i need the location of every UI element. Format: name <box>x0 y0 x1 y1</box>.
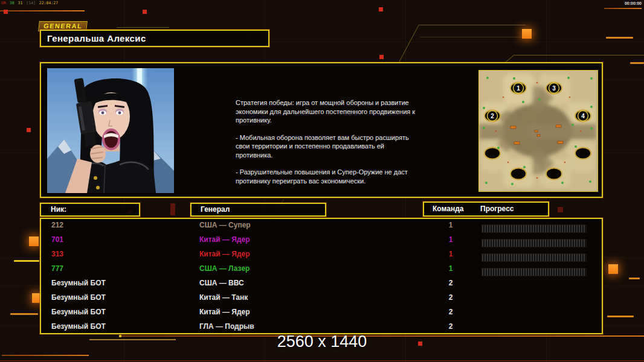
portrait-image <box>47 68 174 193</box>
player-team: 1 <box>443 250 458 258</box>
decor-element <box>630 62 644 64</box>
decor-element <box>515 55 644 56</box>
player-general: ГЛА — Подрыв <box>199 322 254 331</box>
decor-element <box>29 237 39 246</box>
decor-element <box>10 313 38 315</box>
player-team: 2 <box>443 308 458 316</box>
player-team: 1 <box>443 264 458 273</box>
decor-element <box>522 29 532 39</box>
player-team: 2 <box>443 279 458 287</box>
table-row[interactable]: Безумный БОТ США — ВВС 2 <box>41 279 599 293</box>
decor-element <box>604 8 642 9</box>
decor-element <box>420 37 532 37</box>
resolution-label: 2560 x 1440 <box>0 332 644 351</box>
strategy-paragraph: Стратегия победы: игра от мощной обороны… <box>236 98 420 125</box>
fps-osd: UR 30 31 [14] 22:04:27 <box>1 1 59 5</box>
player-nick: Безумный БОТ <box>51 279 106 287</box>
general-title-box: Генеральша Алексис <box>40 30 269 47</box>
decor-element <box>0 360 644 361</box>
header-label: Ник: <box>51 205 66 214</box>
table-row[interactable]: 701 Китай — Ядер 1 <box>41 235 599 250</box>
player-nick: Безумный БОТ <box>51 308 106 316</box>
player-general: Китай — Ядер <box>199 308 250 316</box>
column-header-team-progress: Команда Прогресс <box>423 202 549 217</box>
player-general: США — ВВС <box>199 279 244 287</box>
osd-segment: UR <box>1 1 6 5</box>
header-label: Генерал <box>201 205 230 214</box>
header-label-team: Команда <box>433 203 463 215</box>
header-label-progress: Прогресс <box>480 203 514 215</box>
player-general: Китай — Ядер <box>199 250 250 258</box>
general-name: Генеральша Алексис <box>47 33 146 43</box>
decor-element <box>170 203 175 215</box>
player-nick: 701 <box>51 235 63 244</box>
decor-element <box>143 10 147 14</box>
decor-element <box>2 355 89 356</box>
decor-element <box>607 316 634 317</box>
table-row[interactable]: Безумный БОТ Китай — Танк 2 <box>41 293 599 308</box>
player-general: Китай — Ядер <box>199 235 250 244</box>
osd-segment: 31 <box>18 1 23 5</box>
player-general: США — Лазер <box>199 264 250 273</box>
decor-element <box>4 10 8 14</box>
progress-bar <box>481 224 587 233</box>
table-row[interactable]: 313 Китай — Ядер 1 <box>41 250 599 264</box>
decor-element <box>379 55 384 59</box>
loading-screen: UR 30 31 [14] 22:04:27 00:00:00 GENERAL … <box>0 0 644 362</box>
progress-bar <box>481 253 587 262</box>
map-image: 1 2 3 4 <box>479 71 596 190</box>
player-nick: Безумный БОТ <box>51 293 106 302</box>
map-start-position-2: 2 <box>491 113 494 119</box>
decor-element <box>398 25 419 64</box>
player-nick: 777 <box>51 264 63 273</box>
decor-element <box>117 27 169 28</box>
decor-element <box>629 278 640 279</box>
decor-element <box>27 128 31 132</box>
strategy-paragraph: - Разрушительные повышения и Супер-Оружи… <box>236 168 420 185</box>
strategy-paragraph: - Мобильная оборона позволяет вам быстро… <box>236 133 420 160</box>
map-start-position-1: 1 <box>517 85 520 92</box>
map-start-position-4: 4 <box>581 113 585 119</box>
progress-bar <box>481 268 587 276</box>
player-team: 2 <box>443 293 458 302</box>
player-team: 2 <box>443 322 458 331</box>
table-row[interactable]: 212 США — Супер 1 <box>41 221 599 235</box>
decor-element <box>14 260 39 262</box>
decor-element <box>558 207 563 212</box>
player-team: 1 <box>443 221 458 229</box>
players-table: 212 США — Супер 1 701 Китай — Ядер 1 313… <box>40 218 603 334</box>
map-preview: 1 2 3 4 <box>478 70 598 192</box>
player-team: 1 <box>443 235 458 244</box>
player-nick: 313 <box>51 250 63 258</box>
decor-element <box>419 25 526 25</box>
column-header-general: Генерал <box>190 203 326 217</box>
strategy-description: Стратегия победы: игра от мощной обороны… <box>236 98 420 194</box>
map-start-position-3: 3 <box>552 85 556 92</box>
decor-element <box>0 10 85 11</box>
player-general: США — Супер <box>199 221 251 229</box>
player-nick: 212 <box>51 221 63 229</box>
osd-segment: [14] <box>26 1 36 5</box>
decor-element <box>379 7 383 11</box>
general-portrait <box>47 68 174 193</box>
osd-segment: 22:04:27 <box>39 1 58 5</box>
player-general: Китай — Танк <box>199 293 248 302</box>
column-header-nick: Ник: <box>40 203 140 217</box>
decor-element <box>606 37 633 39</box>
table-row[interactable]: Безумный БОТ Китай — Ядер 2 <box>41 308 599 322</box>
table-row[interactable]: 777 США — Лазер 1 <box>41 264 599 279</box>
general-info-panel: Стратегия победы: игра от мощной обороны… <box>40 62 603 198</box>
game-timer: 00:00:00 <box>625 1 642 5</box>
decor-element <box>608 264 618 274</box>
player-nick: Безумный БОТ <box>51 322 106 331</box>
progress-bar <box>481 239 587 247</box>
osd-segment: 30 <box>10 1 14 5</box>
